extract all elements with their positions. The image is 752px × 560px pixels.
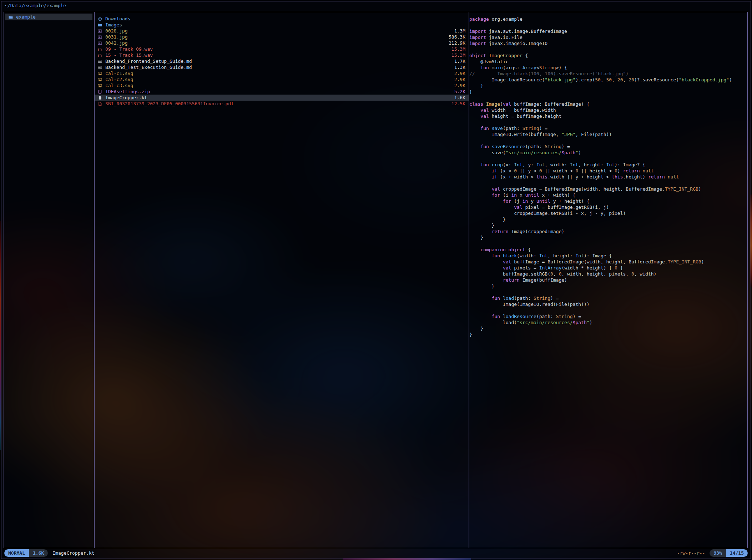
file-size: 2.9K — [454, 71, 465, 76]
code-line: fun black(width: Int, height: Int): Imag… — [469, 253, 746, 259]
file-size: 1.6K — [454, 95, 465, 100]
code-line: fun save(path: String) = — [469, 125, 746, 131]
file-row[interactable]: cal-c2.svg2.9K — [95, 76, 469, 82]
code-line: val pixels = IntArray(width * height) { … — [469, 265, 746, 271]
code-line: import java.io.File — [469, 34, 746, 40]
code-line: val croppedImage = BufferedImage(width, … — [469, 186, 746, 192]
code-line — [469, 156, 746, 162]
code-line: Image.loadResource("black.jpg").crop(50,… — [469, 77, 746, 83]
code-line: fun crop(x: Int, y: Int, width: Int, hei… — [469, 162, 746, 168]
code-line — [469, 22, 746, 28]
file-row[interactable]: cal-c3.svg2.9K — [95, 82, 469, 89]
file-row[interactable]: Downloads — [95, 16, 469, 22]
code-line: } — [469, 234, 746, 241]
file-size-badge: 1.6K — [29, 549, 48, 557]
code-line: import java.awt.image.BufferedImage — [469, 28, 746, 34]
code-line: for (i in x until x + width) { — [469, 192, 746, 198]
file-row[interactable]: Images — [95, 22, 469, 28]
file-row[interactable]: 09 - Track 09.wav15.3M — [95, 46, 469, 52]
file-row[interactable]: Backend_Test_Execution_Guide.md1.3K — [95, 64, 469, 70]
code-line: object ImageCropper { — [469, 52, 746, 59]
archive-icon — [98, 90, 103, 94]
audio-icon — [98, 47, 103, 51]
file-size: 212.9K — [449, 40, 465, 46]
code-line: fun main(args: Array<String>) { — [469, 65, 746, 71]
file-name: Backend_Frontend_Setup_Guide.md — [105, 59, 192, 64]
code-line: // Image.black(100, 100).saveResource("b… — [469, 71, 746, 77]
file-list-pane: DownloadsImages0028.jpg1.3M0031.jpg586.3… — [95, 16, 469, 546]
code-line — [469, 137, 746, 143]
file-size: 1.7K — [454, 59, 465, 64]
image-icon — [98, 41, 103, 45]
folder-icon — [98, 23, 103, 27]
code-line: croppedImage.setRGB(i - x, j - y, pixel) — [469, 210, 746, 216]
code-line: if (x + width > this.width || y + height… — [469, 174, 746, 180]
code-line: } — [469, 332, 746, 338]
status-bar: NORMAL 1.6K ImageCropper.kt -rw-r--r-- 9… — [4, 549, 748, 557]
code-line: Image(ImageIO.read(File(path))) — [469, 301, 746, 307]
file-row[interactable]: 0031.jpg586.3K — [95, 34, 469, 40]
markdown-icon — [98, 59, 103, 64]
current-path-breadcrumb: ~/Data/example/example — [5, 3, 66, 8]
code-line: @JvmStatic — [469, 59, 746, 65]
code-line: fun loadResource(path: String) = — [469, 313, 746, 319]
code-line — [469, 46, 746, 52]
parent-dir-item[interactable]: example — [5, 14, 92, 20]
file-size: 12.5K — [451, 101, 465, 106]
code-line: fun load(path: String) = — [469, 295, 746, 301]
file-size: 5.2K — [454, 89, 465, 94]
image-icon — [98, 29, 103, 33]
image-icon — [98, 84, 103, 88]
file-row[interactable]: Backend_Frontend_Setup_Guide.md1.7K — [95, 58, 469, 64]
code-line: return Image(buffImage) — [469, 277, 746, 283]
file-size: 1.3K — [454, 65, 465, 70]
file-row[interactable]: 0042.jpg212.9K — [95, 40, 469, 46]
code-line — [469, 119, 746, 125]
code-line: import javax.imageio.ImageIO — [469, 40, 746, 46]
folder-icon — [9, 15, 14, 19]
file-size: 2.9K — [454, 77, 465, 82]
file-manager-panes: example DownloadsImages0028.jpg1.3M0031.… — [4, 12, 748, 548]
file-name: 0028.jpg — [105, 28, 128, 34]
code-line: val width = buffImage.width — [469, 107, 746, 113]
scroll-percent-badge: 93% — [710, 549, 726, 557]
code-line: } — [469, 283, 746, 289]
status-filename: ImageCropper.kt — [52, 550, 94, 556]
code-line: buffImage.setRGB(0, 0, width, height, pi… — [469, 271, 746, 277]
file-row[interactable]: cal-c1.svg2.9K — [95, 70, 469, 76]
file-row[interactable]: 15 - Track 15.wav15.3M — [95, 52, 469, 58]
file-name: cal-c1.svg — [105, 71, 133, 76]
code-line: } — [469, 222, 746, 228]
code-line: val pixel = buffImage.getRGB(i, j) — [469, 204, 746, 210]
code-line: return Image(croppedImage) — [469, 228, 746, 234]
code-line — [469, 95, 746, 101]
file-name: 09 - Track 09.wav — [105, 46, 153, 52]
code-line: } — [469, 326, 746, 332]
download-icon — [98, 17, 103, 21]
file-row[interactable]: 0028.jpg1.3M — [95, 28, 469, 34]
file-row[interactable]: ImageCropper.kt1.6K — [95, 95, 469, 101]
code-line — [469, 180, 746, 186]
file-row[interactable]: SBI_0032013739_2023_DE05_0003155631Invoi… — [95, 101, 469, 107]
pdf-icon — [98, 102, 103, 106]
image-icon — [98, 35, 103, 39]
image-icon — [98, 71, 103, 76]
code-line: load("src/main/resources/$path") — [469, 319, 746, 326]
parent-directory-pane: example — [4, 12, 94, 548]
file-name: Backend_Test_Execution_Guide.md — [105, 65, 192, 70]
code-line — [469, 307, 746, 313]
code-line: for (j in y until y + height) { — [469, 198, 746, 204]
file-preview-pane: package org.exampleimport java.awt.image… — [469, 16, 746, 547]
status-bar-right: -rw-r--r-- 93% 14/15 — [677, 549, 748, 557]
file-size: 1.3M — [454, 28, 465, 34]
file-row[interactable]: IDEAsettings.zip5.2K — [95, 89, 469, 95]
code-line: package org.example — [469, 16, 746, 22]
file-size: 15.3M — [451, 46, 465, 52]
file-name: 0042.jpg — [105, 40, 128, 46]
file-size: 2.9K — [454, 83, 465, 88]
code-line: companion object { — [469, 247, 746, 253]
file-name: Images — [105, 22, 122, 27]
code-line: save("src/main/resources/$path") — [469, 150, 746, 156]
code-line: ImageIO.write(buffImage, "JPG", File(pat… — [469, 131, 746, 137]
file-name: cal-c2.svg — [105, 77, 133, 82]
